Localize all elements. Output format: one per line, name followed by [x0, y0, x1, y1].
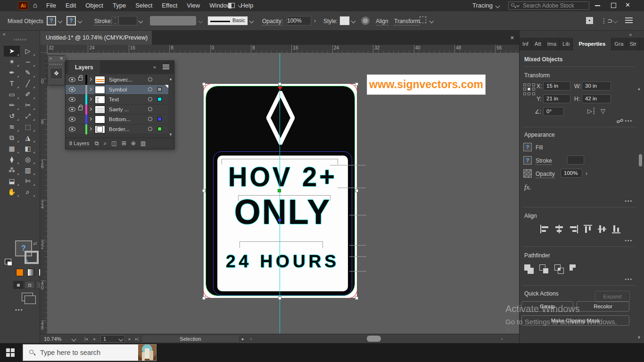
- document-tab[interactable]: Untitled-1* @ 10.74% (CMYK/Preview) ✕: [40, 31, 152, 45]
- more-options-icon[interactable]: •••: [625, 238, 633, 243]
- gradient-mode-chip[interactable]: [27, 269, 35, 276]
- chevron-down-icon[interactable]: [139, 19, 143, 24]
- opacity-input[interactable]: 100%: [287, 16, 311, 25]
- vertical-ruler[interactable]: 081624324048: [40, 53, 47, 334]
- layer-name[interactable]: Saety ...: [109, 107, 129, 112]
- document-setup-icon[interactable]: [361, 16, 370, 25]
- stroke-weight-stepper[interactable]: ⌃⌄: [112, 16, 118, 25]
- artboard-tool[interactable]: ⬓: [4, 176, 20, 187]
- h-input[interactable]: 42 in: [582, 94, 611, 103]
- tab-stroke[interactable]: Str: [627, 38, 640, 50]
- layer-row[interactable]: Symbol: [66, 85, 168, 95]
- start-button[interactable]: [6, 348, 10, 352]
- layer-thumbnail[interactable]: [95, 76, 105, 84]
- target-circle-icon[interactable]: [148, 97, 152, 101]
- collapse-icons-icon[interactable]: «: [153, 64, 156, 70]
- panel-grip[interactable]: [14, 39, 26, 41]
- scroll-down-icon[interactable]: ▼: [169, 132, 173, 137]
- layer-thumbnail[interactable]: [95, 115, 105, 123]
- expand-layer-icon[interactable]: [89, 117, 92, 121]
- rotate-tool[interactable]: ↺: [4, 111, 20, 122]
- previous-page-icon[interactable]: ◂: [93, 337, 95, 341]
- mesh-tool[interactable]: ▦: [4, 143, 20, 154]
- layer-thumbnail[interactable]: [95, 106, 105, 114]
- chevron-down-icon[interactable]: [58, 19, 63, 24]
- more-options-icon[interactable]: •••: [625, 277, 633, 282]
- selection-handle[interactable]: [355, 189, 358, 192]
- more-options-icon[interactable]: •••: [625, 118, 633, 123]
- selection-handle[interactable]: [278, 296, 281, 300]
- zoom-tool[interactable]: ⌕: [20, 187, 36, 197]
- adobe-stock-search-input[interactable]: Search Adobe Stock: [508, 1, 589, 10]
- scroll-up-icon[interactable]: ▲: [637, 86, 641, 91]
- layers-tab[interactable]: Layers: [68, 61, 100, 74]
- gradient-tool[interactable]: ◧: [20, 143, 36, 154]
- expand-dock-icon[interactable]: »: [629, 32, 632, 37]
- change-screen-mode-icon[interactable]: [22, 293, 33, 301]
- chevron-down-icon[interactable]: [198, 19, 203, 24]
- x-input[interactable]: 15 in: [543, 82, 570, 90]
- menu-item[interactable]: View: [182, 0, 205, 11]
- new-layer-icon[interactable]: ⊕: [131, 140, 136, 147]
- perspective-grid-tool[interactable]: ◮: [20, 132, 36, 143]
- target-circle-icon[interactable]: [148, 77, 152, 82]
- workspace-switcher-icon[interactable]: [228, 3, 235, 8]
- pathfinder-exclude-icon[interactable]: [570, 264, 580, 275]
- link-dimensions-icon[interactable]: ⚯: [615, 115, 625, 127]
- fill-color-swatch[interactable]: ?: [47, 16, 56, 25]
- paintbrush-tool[interactable]: ✐: [20, 89, 36, 100]
- gpu-performance-icon[interactable]: ⋮⊃: [601, 17, 613, 25]
- maximize-button[interactable]: [611, 3, 616, 8]
- shaper-tool[interactable]: ✏: [4, 100, 20, 111]
- arrange-documents-icon[interactable]: [586, 17, 593, 24]
- chevron-down-icon[interactable]: [72, 337, 76, 342]
- chevron-down-icon[interactable]: [613, 19, 618, 24]
- layer-row[interactable]: Bottom...: [66, 115, 168, 124]
- stroke-label[interactable]: Stroke: [536, 157, 552, 165]
- stroke-weight-input[interactable]: [567, 156, 584, 165]
- selection-handle[interactable]: [355, 82, 358, 86]
- lasso-tool[interactable]: ∽: [20, 57, 36, 67]
- expand-layer-icon[interactable]: [89, 98, 92, 101]
- y-input[interactable]: 21 in: [543, 94, 570, 103]
- expand-panel-icon[interactable]: »: [50, 56, 52, 61]
- chevron-right-icon[interactable]: ›: [586, 170, 587, 177]
- scale-tool[interactable]: ⤢: [20, 111, 36, 122]
- direct-selection-tool[interactable]: ▷: [20, 46, 36, 57]
- scroll-up-icon[interactable]: ▲: [169, 77, 173, 81]
- delete-layer-icon[interactable]: ▥: [140, 140, 146, 147]
- visibility-eye-icon[interactable]: [69, 87, 75, 92]
- selection-tool[interactable]: ➤: [4, 46, 20, 57]
- align-right-icon[interactable]: [569, 225, 578, 233]
- tab-image-trace[interactable]: Ima: [545, 38, 560, 50]
- scroll-right-icon[interactable]: ›: [501, 337, 503, 341]
- menu-item[interactable]: Edit: [61, 0, 81, 11]
- visibility-eye-icon[interactable]: [69, 117, 75, 122]
- diamond-symbol[interactable]: [266, 91, 295, 145]
- align-horizontal-center-icon[interactable]: [554, 225, 564, 233]
- layer-row[interactable]: Border...: [66, 124, 168, 134]
- panel-dock-header[interactable]: » ✕: [48, 56, 66, 62]
- collect-for-export-icon[interactable]: ⧉: [95, 140, 99, 147]
- recolor-button[interactable]: Recolor: [577, 301, 629, 312]
- sign-white-panel[interactable]: HOV 2+ ONLY 24 HOURS: [214, 152, 351, 295]
- visibility-eye-icon[interactable]: [69, 97, 75, 102]
- vendor-url-box[interactable]: www.signvectors.com: [367, 74, 486, 95]
- layer-thumbnail[interactable]: [95, 86, 105, 94]
- stroke-color-control[interactable]: ?: [25, 251, 39, 264]
- menu-item[interactable]: Select: [131, 0, 157, 11]
- rotate-input[interactable]: 0°: [543, 107, 564, 116]
- new-sublayer-icon[interactable]: ⊞: [122, 140, 126, 147]
- group-button[interactable]: Group: [521, 301, 573, 312]
- selection-handle[interactable]: [202, 82, 206, 86]
- chevron-right-icon[interactable]: ›: [314, 17, 316, 24]
- color-mode-chip[interactable]: [16, 269, 24, 276]
- hand-tool[interactable]: ✋: [4, 187, 20, 197]
- bbox-center-point[interactable]: [278, 189, 281, 192]
- effects-fx-button[interactable]: fx.: [524, 183, 531, 191]
- chevron-down-icon[interactable]: ⌄: [507, 326, 508, 331]
- align-link[interactable]: Align: [376, 18, 388, 25]
- horizontal-scrollbar-thumb[interactable]: [367, 336, 381, 342]
- fill-swatch[interactable]: ?: [523, 143, 532, 151]
- stroke-weight-label[interactable]: Stroke:: [94, 18, 112, 25]
